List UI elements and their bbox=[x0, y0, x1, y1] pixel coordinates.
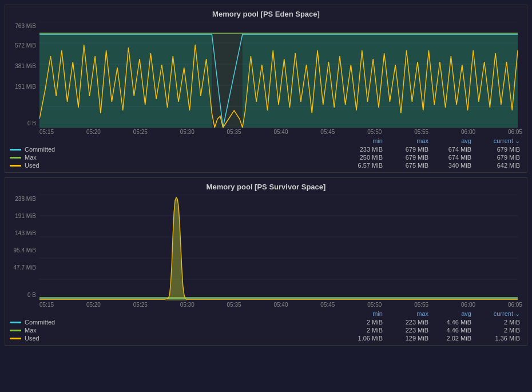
panel2-title: Memory pool [PS Survivor Space] bbox=[5, 183, 527, 191]
x-label: 05:40 bbox=[273, 129, 288, 135]
svg-marker-15 bbox=[162, 197, 188, 300]
committed-current: 679 MiB bbox=[474, 146, 522, 153]
committed2-values: 2 MiB 223 MiB 4.46 MiB 2 MiB bbox=[345, 319, 522, 326]
panel2-y-axis: 238 MiB 191 MiB 143 MiB 95.4 MiB 47.7 Mi… bbox=[5, 195, 39, 300]
header-current: current ⌄ bbox=[471, 137, 520, 145]
y-label-2: 572 MiB bbox=[15, 42, 36, 49]
max-label: Max bbox=[25, 154, 345, 161]
x-label: 05:15 bbox=[39, 129, 54, 135]
y-label-5: 0 B bbox=[27, 120, 36, 126]
max-min: 250 MiB bbox=[345, 154, 385, 161]
header2-min: min bbox=[343, 310, 383, 318]
header-min: min bbox=[343, 137, 383, 145]
used2-values: 1.06 MiB 129 MiB 2.02 MiB 1.36 MiB bbox=[345, 335, 522, 342]
x-label: 05:25 bbox=[133, 129, 148, 135]
legend-row-max: Max 250 MiB 679 MiB 674 MiB 679 MiB bbox=[10, 154, 522, 161]
committed2-max: 223 MiB bbox=[385, 319, 431, 326]
x2-label: 05:35 bbox=[227, 302, 241, 308]
x-label: 06:05 bbox=[508, 129, 522, 135]
legend2-row-committed: Committed 2 MiB 223 MiB 4.46 MiB 2 MiB bbox=[10, 319, 522, 326]
max2-avg: 4.46 MiB bbox=[431, 327, 474, 334]
max2-min: 2 MiB bbox=[345, 327, 385, 334]
max-avg: 674 MiB bbox=[431, 154, 474, 161]
panel1-legend: min max avg current ⌄ Committed 233 MiB … bbox=[10, 137, 522, 169]
panel2-x-axis: 05:15 05:20 05:25 05:30 05:35 05:40 05:4… bbox=[39, 302, 522, 308]
max2-current: 2 MiB bbox=[474, 327, 522, 334]
y2-label-6: 0 B bbox=[27, 292, 36, 298]
max-values: 250 MiB 679 MiB 674 MiB 679 MiB bbox=[345, 154, 522, 161]
committed2-color bbox=[10, 322, 21, 323]
x2-label: 05:40 bbox=[273, 302, 288, 308]
x2-label: 05:45 bbox=[320, 302, 335, 308]
x2-label: 05:55 bbox=[414, 302, 428, 308]
x-label: 05:35 bbox=[227, 129, 241, 135]
panel-survivor-space: Memory pool [PS Survivor Space] 238 MiB … bbox=[5, 177, 527, 346]
x2-label: 05:25 bbox=[133, 302, 148, 308]
max-current: 679 MiB bbox=[474, 154, 522, 161]
used2-avg: 2.02 MiB bbox=[431, 335, 474, 342]
x2-label: 05:50 bbox=[367, 302, 382, 308]
y2-label-4: 95.4 MiB bbox=[14, 247, 36, 254]
y2-label-2: 191 MiB bbox=[15, 213, 36, 219]
panel1-chart bbox=[39, 22, 518, 128]
x2-label: 05:20 bbox=[86, 302, 101, 308]
committed-min: 233 MiB bbox=[345, 146, 385, 153]
committed-max: 679 MiB bbox=[385, 146, 431, 153]
max-color bbox=[10, 157, 21, 159]
y2-label-5: 47.7 MiB bbox=[14, 264, 36, 271]
used2-current: 1.36 MiB bbox=[474, 335, 522, 342]
y2-label-3: 143 MiB bbox=[15, 230, 36, 236]
used-min: 6.57 MiB bbox=[345, 162, 385, 169]
header-max: max bbox=[383, 137, 428, 145]
x-label: 06:00 bbox=[461, 129, 475, 135]
committed-color bbox=[10, 149, 21, 151]
used-values: 6.57 MiB 675 MiB 340 MiB 642 MiB bbox=[345, 162, 522, 169]
legend-header: min max avg current ⌄ bbox=[10, 137, 522, 145]
panel1-title: Memory pool [PS Eden Space] bbox=[5, 10, 527, 18]
header-avg: avg bbox=[428, 137, 471, 145]
y2-label-1: 238 MiB bbox=[15, 196, 36, 202]
header2-max: max bbox=[383, 310, 428, 318]
used2-color bbox=[10, 338, 21, 339]
x-label: 05:55 bbox=[414, 129, 428, 135]
committed2-min: 2 MiB bbox=[345, 319, 385, 326]
used2-label: Used bbox=[25, 335, 345, 342]
used-label: Used bbox=[25, 162, 345, 169]
committed-avg: 674 MiB bbox=[431, 146, 474, 153]
legend-row-committed: Committed 233 MiB 679 MiB 674 MiB 679 Mi… bbox=[10, 146, 522, 153]
committed2-avg: 4.46 MiB bbox=[431, 319, 474, 326]
x2-label: 05:15 bbox=[39, 302, 54, 308]
max2-color bbox=[10, 330, 21, 331]
panel1-y-axis: 763 MiB 572 MiB 381 MiB 191 MiB 0 B bbox=[5, 22, 39, 128]
panel2-chart bbox=[39, 195, 518, 300]
max2-max: 223 MiB bbox=[385, 327, 431, 334]
y-label-1: 763 MiB bbox=[15, 23, 36, 29]
legend2-row-max: Max 2 MiB 223 MiB 4.46 MiB 2 MiB bbox=[10, 327, 522, 334]
used-max: 675 MiB bbox=[385, 162, 431, 169]
x2-label: 06:05 bbox=[508, 302, 522, 308]
svg-marker-7 bbox=[39, 33, 518, 128]
used-avg: 340 MiB bbox=[431, 162, 474, 169]
x-label: 05:50 bbox=[367, 129, 382, 135]
used-color bbox=[10, 165, 21, 167]
used2-min: 1.06 MiB bbox=[345, 335, 385, 342]
header2-avg: avg bbox=[428, 310, 471, 318]
y-label-3: 381 MiB bbox=[15, 63, 36, 69]
legend-row-used: Used 6.57 MiB 675 MiB 340 MiB 642 MiB bbox=[10, 162, 522, 169]
committed2-current: 2 MiB bbox=[474, 319, 522, 326]
committed-label: Committed bbox=[25, 146, 345, 153]
committed-values: 233 MiB 679 MiB 674 MiB 679 MiB bbox=[345, 146, 522, 153]
max2-label: Max bbox=[25, 327, 345, 334]
legend2-row-used: Used 1.06 MiB 129 MiB 2.02 MiB 1.36 MiB bbox=[10, 335, 522, 342]
panel-eden-space: Memory pool [PS Eden Space] 763 MiB 572 … bbox=[5, 5, 527, 173]
panel1-x-axis: 05:15 05:20 05:25 05:30 05:35 05:40 05:4… bbox=[39, 129, 522, 135]
x2-label: 05:30 bbox=[180, 302, 194, 308]
header2-current: current ⌄ bbox=[471, 310, 520, 318]
used-current: 642 MiB bbox=[474, 162, 522, 169]
committed2-label: Committed bbox=[25, 319, 345, 326]
panel2-legend: min max avg current ⌄ Committed 2 MiB 22… bbox=[10, 310, 522, 342]
used2-max: 129 MiB bbox=[385, 335, 431, 342]
x2-label: 06:00 bbox=[461, 302, 475, 308]
x-label: 05:30 bbox=[180, 129, 194, 135]
x-label: 05:45 bbox=[320, 129, 335, 135]
